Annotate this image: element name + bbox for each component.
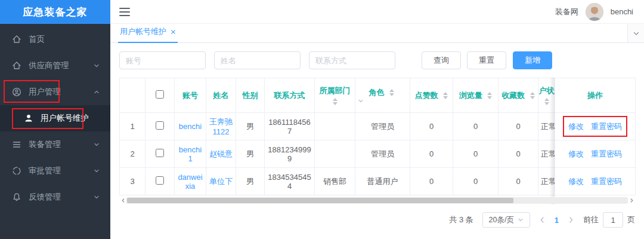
edit-link[interactable]: 修改 — [568, 121, 584, 132]
sort-icons[interactable] — [443, 92, 448, 99]
home-icon — [12, 35, 21, 44]
sort-icons[interactable] — [389, 89, 394, 96]
column-header-role: 角色 — [355, 78, 410, 113]
status-cell: 正常 — [538, 140, 555, 168]
sidebar: 应急装备之家 首页 供应商管理 — [0, 0, 110, 239]
scroll-right-icon[interactable] — [628, 197, 635, 204]
select-all-checkbox-cell — [145, 78, 175, 113]
phone-cell: 18345345454 — [265, 168, 315, 195]
account-link[interactable]: danweixia — [178, 173, 202, 191]
list-icon — [12, 140, 21, 149]
account-search-input[interactable] — [119, 51, 206, 69]
sidebar-item-equipment[interactable]: 装备管理 — [0, 131, 110, 158]
filter-chevron-icon[interactable] — [358, 98, 407, 104]
reset-button[interactable]: 重置 — [467, 51, 506, 69]
close-icon[interactable] — [171, 29, 176, 35]
views-cell: 0 — [453, 168, 499, 195]
row-checkbox[interactable] — [156, 176, 164, 185]
sidebar-item-label: 审批管理 — [29, 166, 61, 176]
sort-icons[interactable] — [487, 92, 492, 99]
reset-password-link[interactable]: 重置密码 — [591, 176, 622, 187]
tab-list-dropdown[interactable] — [627, 24, 644, 42]
hamburger-icon[interactable] — [119, 8, 130, 16]
favs-cell: 0 — [499, 113, 538, 140]
sort-icons[interactable] — [530, 92, 535, 99]
horizontal-scrollbar[interactable] — [119, 197, 635, 204]
site-link[interactable]: 装备网 — [555, 7, 578, 17]
table-header-row: 账号 姓名 性别 联系方式 所属部门 角色 — [120, 78, 636, 113]
views-cell: 0 — [453, 140, 499, 168]
name-link[interactable]: 赵锐意 — [209, 149, 233, 158]
views-cell: 0 — [453, 113, 499, 140]
name-link[interactable]: 王奔驰1122 — [209, 117, 233, 136]
sort-icons[interactable] — [333, 98, 338, 105]
phone-search-input[interactable] — [309, 51, 395, 69]
sidebar-item-feedback[interactable]: 反馈管理 — [0, 184, 110, 210]
avatar[interactable] — [586, 3, 603, 21]
row-index: 2 — [120, 140, 145, 168]
chevron-down-icon — [94, 142, 100, 148]
sidebar-item-label: 用户管理 — [29, 87, 61, 97]
sidebar-item-approval[interactable]: 审批管理 — [0, 158, 110, 184]
scrollbar-track[interactable] — [126, 197, 628, 204]
add-button[interactable]: 新增 — [513, 51, 552, 69]
topbar-right: 装备网 benchi — [555, 3, 633, 21]
account-link[interactable]: benchi1 — [179, 145, 202, 163]
current-page-number[interactable]: 1 — [555, 216, 559, 225]
reset-password-link[interactable]: 重置密码 — [591, 149, 622, 160]
total-count-label: 共 3 条 — [449, 215, 473, 225]
row-checkbox[interactable] — [156, 149, 164, 157]
table-row: 2 benchi1 赵锐意 男 18812349999 管理员 0 0 0 正常 — [120, 140, 636, 168]
user-circle-icon — [12, 87, 21, 97]
row-index: 3 — [120, 168, 145, 195]
scrollbar-thumb[interactable] — [127, 198, 513, 203]
reset-password-link[interactable]: 重置密码 — [591, 121, 622, 132]
username-label[interactable]: benchi — [611, 7, 633, 16]
scroll-left-icon[interactable] — [119, 197, 126, 204]
goto-page: 前往 页 — [583, 212, 635, 228]
page-size-select[interactable]: 20条/页 — [482, 212, 530, 228]
sidebar-item-suppliers[interactable]: 供应商管理 — [0, 53, 110, 79]
top-bar: 装备网 benchi — [110, 0, 644, 24]
app-title: 应急装备之家 — [0, 0, 110, 24]
favs-cell: 0 — [499, 168, 538, 195]
column-header-likes-label: 点赞数 — [415, 91, 438, 100]
edit-link[interactable]: 修改 — [568, 149, 584, 160]
app-window: 应急装备之家 首页 供应商管理 — [0, 0, 644, 239]
phone-cell: 18812349999 — [265, 140, 315, 168]
page-size-value: 20条/页 — [489, 215, 514, 225]
row-checkbox[interactable] — [156, 121, 164, 130]
select-all-checkbox[interactable] — [156, 90, 164, 99]
sidebar-item-user-account-maintenance[interactable]: 用户帐号维护 — [0, 105, 110, 131]
role-cell: 管理员 — [355, 140, 410, 168]
name-link[interactable]: 单位下 — [209, 177, 233, 186]
column-header-favs: 收藏数 — [499, 78, 538, 113]
pager: 1 — [539, 216, 574, 225]
tab-label: 用户帐号维护 — [120, 26, 166, 37]
likes-cell: 0 — [410, 113, 453, 140]
refresh-icon — [12, 166, 21, 176]
chevron-down-icon — [94, 168, 100, 174]
phone-cell: 18611184567 — [265, 113, 315, 140]
sidebar-item-home[interactable]: 首页 — [0, 26, 110, 53]
prev-page-icon[interactable] — [539, 216, 545, 223]
goto-page-input[interactable] — [603, 212, 623, 228]
sidebar-item-user-management[interactable]: 用户管理 — [0, 79, 110, 105]
gender-cell: 男 — [236, 168, 265, 195]
edit-link[interactable]: 修改 — [568, 176, 584, 187]
column-header-status: 用户状态 — [538, 78, 555, 113]
table-row: 1 benchi 王奔驰1122 男 18611184567 管理员 0 0 0… — [120, 113, 636, 140]
column-header-dept: 所属部门 — [315, 78, 355, 113]
column-header-status-label: 用户状态 — [538, 85, 555, 96]
name-search-input[interactable] — [214, 51, 301, 69]
table-row: 3 danweixia 单位下 男 18345345454 销售部 普通用户 0… — [120, 168, 636, 195]
dept-cell — [315, 113, 355, 140]
tab-user-account-maintenance[interactable]: 用户帐号维护 — [118, 26, 178, 43]
next-page-icon[interactable] — [568, 216, 574, 223]
account-link[interactable]: benchi — [179, 122, 202, 131]
goto-label: 前往 — [583, 215, 599, 225]
sort-icons[interactable] — [544, 98, 549, 105]
status-cell: 正常 — [538, 168, 555, 195]
user-table: 账号 姓名 性别 联系方式 所属部门 角色 — [119, 78, 635, 204]
query-button[interactable]: 查询 — [422, 51, 461, 69]
